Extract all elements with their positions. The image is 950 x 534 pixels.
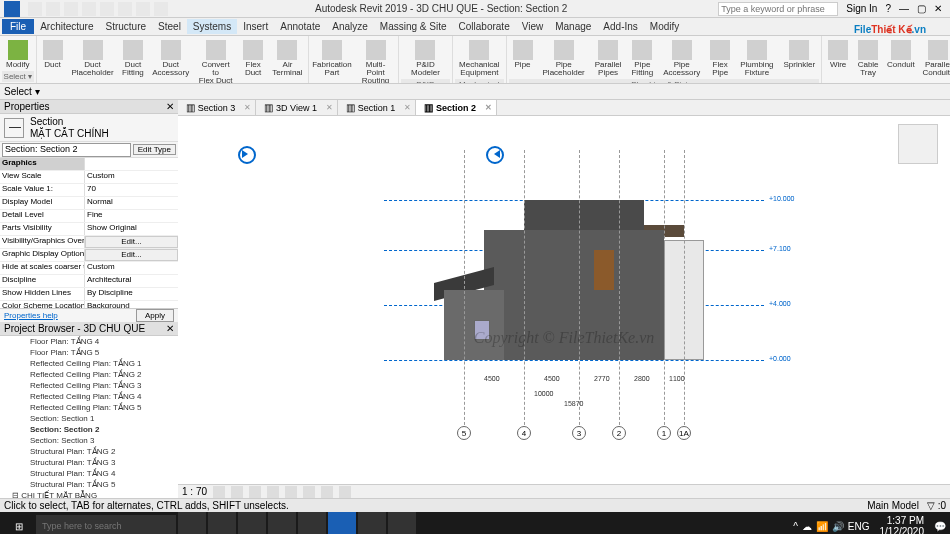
qat-print-icon[interactable] [100,2,114,16]
ribbon-flexpipe-button[interactable]: FlexPipe [706,38,734,79]
property-row[interactable]: View ScaleCustom [0,171,178,184]
browser-item[interactable]: Structural Plan: TẦNG 2 [0,446,178,457]
help-icon[interactable]: ? [885,3,891,14]
browser-item[interactable]: Section: Section 1 [0,413,178,424]
taskbar-search-input[interactable] [36,515,176,534]
property-value[interactable]: Custom [85,262,178,274]
dimension-text[interactable]: 4500 [484,375,500,382]
browser-item[interactable]: ⊟ CHI TIẾT MẶT BẰNG [0,490,178,498]
section-head-right[interactable] [488,146,504,162]
properties-close-icon[interactable]: ✕ [166,101,174,112]
workset-dropdown[interactable]: Main Model [867,500,919,511]
task-explorer-icon[interactable] [268,512,296,534]
ribbon-parallelconduits-button[interactable]: ParallelConduits [920,38,950,84]
dimension-text[interactable]: 2800 [634,375,650,382]
temp-hide-icon[interactable] [321,486,333,498]
instance-selector[interactable]: Section: Section 2 [2,143,131,157]
property-row[interactable]: Hide at scales coarser thanCustom [0,262,178,275]
reveal-hidden-icon[interactable] [339,486,351,498]
property-value[interactable] [85,158,178,170]
sun-path-icon[interactable] [249,486,261,498]
ribbon-ductaccessory-button[interactable]: DuctAccessory [149,38,192,84]
tab-close-icon[interactable]: ✕ [244,103,251,112]
grid-line[interactable] [684,150,685,430]
property-value[interactable]: Background [85,301,178,308]
tray-network-icon[interactable]: 📶 [816,521,828,532]
grid-line[interactable] [664,150,665,430]
section-head-left[interactable] [238,146,254,162]
task-app-icon[interactable] [358,512,386,534]
qat-redo-icon[interactable] [82,2,96,16]
ribbon-converttoflexduct-button[interactable]: Convert toFlex Duct [194,38,237,84]
grid-line[interactable] [579,150,580,430]
browser-item[interactable]: Reflected Ceiling Plan: TẦNG 3 [0,380,178,391]
property-row[interactable]: Detail LevelFine [0,210,178,223]
task-edge-icon[interactable] [238,512,266,534]
dimension-text[interactable]: 2770 [594,375,610,382]
tray-volume-icon[interactable]: 🔊 [832,521,844,532]
ribbon-pipe-button[interactable]: Pipe [509,38,537,79]
grid-line[interactable] [464,150,465,430]
visual-style-icon[interactable] [231,486,243,498]
property-row[interactable]: Parts VisibilityShow Original [0,223,178,236]
ribbon-modify-button[interactable]: Modify [2,38,34,71]
grid-line[interactable] [619,150,620,430]
property-value[interactable]: Architectural [85,275,178,287]
close-icon[interactable]: ✕ [934,3,942,14]
properties-help-link[interactable]: Properties help [4,311,58,320]
crop-view-icon[interactable] [285,486,297,498]
maximize-icon[interactable]: ▢ [917,3,926,14]
ribbon-pipeaccessory-button[interactable]: PipeAccessory [659,38,704,79]
grid-bubble[interactable]: 5 [457,426,471,440]
quick-access-toolbar[interactable] [24,2,172,16]
ribbon-conduit-button[interactable]: Conduit [884,38,918,84]
menu-architecture[interactable]: Architecture [34,19,99,34]
menu-annotate[interactable]: Annotate [274,19,326,34]
property-value[interactable]: By Discipline [85,288,178,300]
view-tab[interactable]: ▥ Section 2✕ [416,100,497,115]
minimize-icon[interactable]: — [899,3,909,14]
property-row[interactable]: Show Hidden LinesBy Discipline [0,288,178,301]
ribbon-mechanicalequipment-button[interactable]: MechanicalEquipment [455,38,503,79]
browser-item[interactable]: Reflected Ceiling Plan: TẦNG 4 [0,391,178,402]
help-search-input[interactable] [718,2,838,16]
crop-region-icon[interactable] [303,486,315,498]
ribbon-wire-button[interactable]: Wire [824,38,852,84]
detail-level-icon[interactable] [213,486,225,498]
menu-insert[interactable]: Insert [237,19,274,34]
ribbon-fabricationpart-button[interactable]: FabricationPart [311,38,353,84]
scale-label[interactable]: 1 : 70 [182,486,207,497]
ribbon-duct-button[interactable]: Duct [39,38,67,84]
view-tab[interactable]: ▥ 3D View 1✕ [256,100,338,115]
property-row[interactable]: Graphics [0,158,178,171]
tray-cloud-icon[interactable]: ☁ [802,521,812,532]
ribbon-pidmodeler-button[interactable]: P&ID Modeler [401,38,450,79]
grid-bubble[interactable]: 3 [572,426,586,440]
menu-systems[interactable]: Systems [187,19,237,34]
menu-file[interactable]: File [2,19,34,34]
project-browser[interactable]: Floor Plan: TẦNG 4Floor Plan: TẦNG 5Refl… [0,336,178,498]
browser-item[interactable]: Structural Plan: TẦNG 5 [0,479,178,490]
ribbon-ductfitting-button[interactable]: DuctFitting [119,38,148,84]
view-cube[interactable] [898,124,938,164]
browser-item[interactable]: Reflected Ceiling Plan: TẦNG 2 [0,369,178,380]
level-line[interactable] [384,360,764,361]
browser-item[interactable]: Section: Section 3 [0,435,178,446]
qat-open-icon[interactable] [28,2,42,16]
grid-bubble[interactable]: 2 [612,426,626,440]
grid-bubble[interactable]: 4 [517,426,531,440]
menu-collaborate[interactable]: Collaborate [453,19,516,34]
edit-type-button[interactable]: Edit Type [133,144,176,155]
ribbon-cabletray-button[interactable]: CableTray [854,38,882,84]
browser-item[interactable]: Section: Section 2 [0,424,178,435]
dimension-text[interactable]: 1100 [669,375,685,382]
browser-item[interactable]: Structural Plan: TẦNG 3 [0,457,178,468]
ribbon-airterminal-button[interactable]: AirTerminal [269,38,306,84]
browser-close-icon[interactable]: ✕ [166,323,174,334]
ribbon-multipointrouting-button[interactable]: Multi-PointRouting [355,38,396,84]
menu-manage[interactable]: Manage [549,19,597,34]
browser-item[interactable]: Floor Plan: TẦNG 4 [0,336,178,347]
task-view-icon[interactable] [208,512,236,534]
menu-massingsite[interactable]: Massing & Site [374,19,453,34]
ribbon-sprinkler-button[interactable]: Sprinkler [780,38,820,79]
